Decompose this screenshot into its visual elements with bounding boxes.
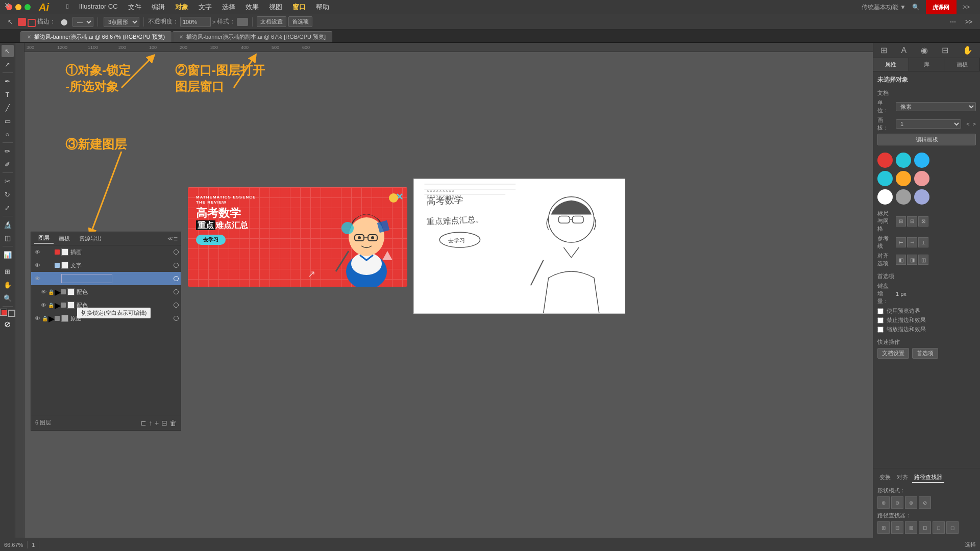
tab-2[interactable]: ✕ 插边风-banner演示稿的副本.ai @ 67% [RGB/GPU 预览]: [173, 31, 332, 42]
close-panel-btn[interactable]: ✕: [4, 1, 10, 9]
artboard-tab[interactable]: 画板: [944, 58, 980, 71]
zoom-tool[interactable]: 🔍: [2, 292, 14, 304]
layer-target-original[interactable]: [174, 316, 179, 321]
fill-box[interactable]: [0, 309, 7, 316]
align-to-icon-3[interactable]: ◫: [918, 255, 928, 265]
swatch-pink[interactable]: [914, 171, 929, 186]
visibility-toggle-color1[interactable]: 👁: [39, 289, 47, 295]
tab-1-close[interactable]: ✕: [27, 34, 31, 40]
panel-menu-btn[interactable]: ≡: [174, 235, 178, 243]
panel-icon-2[interactable]: A: [901, 46, 906, 55]
panel-collapse-btn[interactable]: ≪: [167, 236, 173, 241]
scale-strokes-cb[interactable]: [877, 327, 884, 333]
minus-back-btn[interactable]: ◻: [946, 521, 959, 534]
layers-tab[interactable]: 图层: [34, 233, 54, 244]
banner-btn[interactable]: 去学习: [196, 235, 226, 245]
edit-artboard-btn[interactable]: 编辑画板: [877, 134, 976, 145]
stroke-box[interactable]: [8, 310, 15, 317]
menu-text[interactable]: 文字: [193, 2, 217, 13]
minimize-button[interactable]: [15, 4, 21, 10]
ellipse-tool[interactable]: ○: [2, 128, 14, 140]
eyedropper-tool[interactable]: 🔬: [2, 218, 14, 231]
menu-object[interactable]: 对象: [170, 2, 193, 13]
direct-select-tool[interactable]: ↗: [2, 58, 14, 70]
opacity-arrow[interactable]: >: [212, 19, 215, 25]
grid-icon-3[interactable]: ⊠: [918, 216, 928, 227]
guide-icon-2[interactable]: ⊣: [907, 237, 917, 247]
menu-select[interactable]: 选择: [217, 2, 240, 13]
align-to-icon-1[interactable]: ◧: [896, 255, 906, 265]
hand-tool[interactable]: ✋: [2, 279, 14, 291]
style-swatch[interactable]: [237, 18, 248, 26]
layer-row-painting[interactable]: 👁 插画: [31, 245, 181, 259]
line-tool[interactable]: ╱: [2, 102, 14, 114]
panel-icon-4[interactable]: ⊟: [942, 45, 948, 55]
search-icon[interactable]: 🔍: [912, 4, 920, 11]
expand-arrow-original[interactable]: ▶: [48, 314, 55, 323]
selection-tool[interactable]: ↖: [2, 45, 14, 57]
swatch-teal[interactable]: [896, 153, 911, 168]
fullscreen-button[interactable]: [24, 4, 31, 10]
minus-front-btn[interactable]: ⊖: [891, 496, 903, 509]
move-selection-btn[interactable]: ↑: [149, 419, 152, 427]
menu-illustrator[interactable]: Illustrator CC: [74, 2, 123, 13]
snap-bounds-cb[interactable]: [877, 308, 884, 314]
unit-select[interactable]: 像素: [896, 102, 976, 111]
layer-target-painting[interactable]: [174, 249, 179, 255]
workspace-selector[interactable]: 传统基本功能 ▼: [862, 3, 906, 12]
panel-icon-5[interactable]: ✋: [963, 45, 973, 55]
doc-settings-btn[interactable]: 文档设置: [257, 16, 286, 27]
layer-options-btn[interactable]: ⊟: [161, 419, 167, 427]
layer-target-color1[interactable]: [174, 289, 179, 294]
none-color[interactable]: ⊘: [2, 318, 14, 330]
pencil-tool[interactable]: ✐: [2, 158, 14, 170]
outline-btn[interactable]: □: [933, 521, 945, 534]
swatch-cyan[interactable]: [877, 171, 893, 186]
delete-layer-btn[interactable]: 🗑: [169, 419, 177, 427]
menu-file[interactable]: 文件: [123, 2, 146, 13]
stroke-dropdown[interactable]: —: [72, 17, 93, 27]
opacity-input[interactable]: [180, 17, 211, 27]
fill-color[interactable]: [18, 18, 26, 26]
zoom-level[interactable]: 66.67%: [4, 542, 23, 548]
expand-icon[interactable]: >>: [963, 4, 970, 11]
panel-icon-1[interactable]: ⊞: [880, 45, 887, 55]
layer-target-editing[interactable]: [174, 276, 179, 281]
properties-tab[interactable]: 属性: [873, 58, 909, 71]
transform-tab[interactable]: 变换: [877, 472, 893, 483]
tab-1[interactable]: ✕ 插边风-banner演示稿.ai @ 66.67% (RGB/GPU 预览): [20, 31, 172, 42]
expand-toolbar-btn[interactable]: >>: [962, 17, 976, 27]
layer-row-original[interactable]: 👁 🔒 ▶ 原图: [31, 312, 181, 325]
gradient-tool[interactable]: ◫: [2, 232, 14, 244]
expand-arrow-color1[interactable]: ▶: [55, 287, 61, 297]
artboard-prev[interactable]: <: [966, 121, 969, 127]
layer-row-text[interactable]: 👁 文字: [31, 259, 181, 272]
menu-edit[interactable]: 编辑: [146, 2, 170, 13]
artboard-next[interactable]: >: [973, 121, 976, 127]
visibility-toggle-painting[interactable]: 👁: [33, 249, 41, 255]
swatch-blue[interactable]: [914, 153, 929, 168]
crop-btn[interactable]: ⊡: [919, 521, 931, 534]
selection-tool-btn[interactable]: ↖: [4, 17, 16, 27]
pen-tool[interactable]: ✒: [2, 75, 14, 87]
scale-tool[interactable]: ⤢: [2, 202, 14, 214]
doc-settings-quick-btn[interactable]: 文档设置: [877, 348, 909, 359]
layer-name-input[interactable]: [61, 274, 112, 283]
lock-toggle-original[interactable]: 🔒: [41, 316, 48, 321]
tab-2-close[interactable]: ✕: [179, 34, 183, 40]
layer-row-color1[interactable]: 👁 🔒 ▶ 配色: [31, 285, 181, 298]
extra-menu-btn[interactable]: ⋯: [946, 17, 960, 27]
unite-btn[interactable]: ⊕: [877, 496, 890, 509]
menu-view[interactable]: 视图: [264, 2, 287, 13]
menu-apple[interactable]: : [61, 2, 74, 13]
guide-icon-1[interactable]: ⊢: [896, 237, 906, 247]
prefs-quick-btn[interactable]: 首选项: [912, 348, 938, 359]
visibility-toggle-text[interactable]: 👁: [33, 262, 41, 268]
artboard-tool[interactable]: ⊞: [2, 265, 14, 278]
grid-icon-1[interactable]: ⊞: [896, 216, 906, 227]
menu-effect[interactable]: 效果: [240, 2, 264, 13]
round-corners-cb[interactable]: [877, 317, 884, 323]
menu-window[interactable]: 窗口: [287, 2, 311, 13]
asset-export-tab[interactable]: 资源导出: [75, 234, 106, 243]
expand-arrow-color2[interactable]: ▶: [55, 300, 61, 310]
